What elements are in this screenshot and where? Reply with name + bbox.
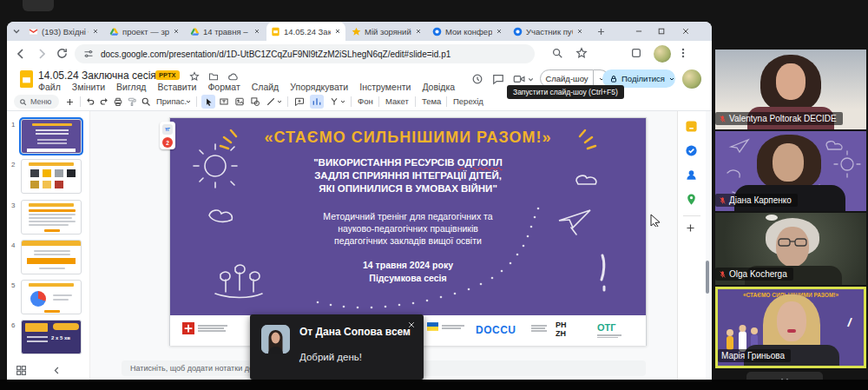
participant-tile-olga[interactable]: Olga Kocherga	[715, 213, 866, 285]
slide-thumbnail-5[interactable]	[21, 280, 82, 314]
menu-insert[interactable]: Вставити	[157, 82, 196, 92]
account-avatar[interactable]	[682, 69, 701, 89]
insert-shape-icon[interactable]	[248, 95, 262, 109]
tab-search-chevron-icon[interactable]	[11, 26, 22, 36]
slide-thumbnail-2[interactable]	[21, 159, 82, 194]
document-title[interactable]: 14.05.24 Заключна сесія	[38, 69, 156, 82]
url-text: docs.google.com/presentation/d/1D-UtBC1Z…	[101, 50, 450, 59]
keep-icon[interactable]	[685, 120, 699, 134]
back-icon[interactable]	[14, 47, 28, 61]
comments-icon[interactable]	[492, 73, 503, 84]
screen: (193) Вхідні • m… проект — зрос… 14 трав…	[0, 0, 868, 390]
browser-tab-conference[interactable]: Мои конфере…	[428, 22, 507, 41]
tab-close-icon[interactable]	[92, 28, 99, 35]
browser-tab-slides-active[interactable]: 14.05.24 Заклю…	[266, 22, 345, 41]
participant-tile-maria-active[interactable]: «СТАЄМО СИЛЬНІШИМИ РАЗОМ!» / Марія Гринь…	[715, 287, 866, 368]
phzh-logo: PHZH	[556, 321, 567, 338]
theme-button[interactable]: Тема	[422, 96, 441, 106]
layout-button[interactable]: Макет	[385, 96, 409, 106]
forward-icon[interactable]	[35, 47, 49, 61]
browser-profile-avatar[interactable]	[654, 45, 671, 63]
fit-dropdown-icon[interactable]	[184, 96, 193, 107]
menu-arrange[interactable]: Упорядкувати	[290, 82, 348, 92]
tab-close-icon[interactable]	[334, 28, 341, 35]
paint-format-icon[interactable]	[125, 95, 139, 109]
reload-icon[interactable]	[56, 47, 69, 61]
collaborator-badge: 2	[162, 137, 173, 148]
toolbar-search-menu[interactable]: Меню	[14, 95, 59, 109]
fit-zoom-select[interactable]: Припас.	[156, 96, 187, 106]
slide-thumbnail-1[interactable]	[21, 119, 82, 154]
slide-subtitle: "ВИКОРИСТАННЯ РЕСУРСІВ ОДГ/ОПЛ ЗАДЛЯ СПР…	[170, 156, 646, 195]
insert-image-icon[interactable]	[233, 95, 247, 109]
tab-close-icon[interactable]	[415, 28, 422, 35]
share-dropdown-icon[interactable]	[668, 76, 675, 83]
participant-tile-valentyna[interactable]: Valentyna Poltorak DECIDE	[715, 50, 866, 129]
present-camera-icon[interactable]	[513, 73, 524, 84]
insert-comment-icon[interactable]	[293, 95, 306, 109]
slide-canvas[interactable]: «СТАЄМО СИЛЬНІШИМИ РАЗОМ!» "ВИКОРИСТАННЯ…	[169, 117, 647, 346]
extensions-icon[interactable]	[630, 47, 644, 61]
browser-tab-drive-project[interactable]: проект — зрос…	[105, 22, 184, 41]
zoom-magnifier-icon[interactable]	[139, 95, 153, 109]
side-panel-add-icon[interactable]	[685, 222, 699, 236]
browser-tab-participant[interactable]: Участник публ…	[509, 22, 588, 41]
menu-edit[interactable]: Змінити	[72, 82, 105, 92]
chat-notification-popup[interactable]: От Дана Сопова всем Добрий день!	[250, 314, 424, 380]
contacts-icon[interactable]	[685, 169, 699, 182]
line-dropdown-icon[interactable]	[275, 96, 284, 107]
tab-close-icon[interactable]	[253, 28, 260, 35]
zoom-search-icon[interactable]	[551, 47, 565, 61]
site-settings-icon[interactable]	[83, 49, 94, 59]
url-bar[interactable]: docs.google.com/presentation/d/1D-UtBC1Z…	[75, 44, 535, 63]
browser-tab-star[interactable]: Мій зоряний р…	[347, 22, 426, 41]
undo-icon[interactable]	[83, 95, 97, 109]
menu-slide[interactable]: Слайд	[252, 82, 279, 92]
window-maximize-button[interactable]	[654, 24, 668, 38]
grid-view-icon[interactable]	[16, 365, 27, 376]
participant-tile-diana[interactable]: Діана Карпенко	[715, 131, 866, 211]
browser-menu-kebab-icon[interactable]	[677, 47, 691, 61]
pie-chart-mini	[30, 291, 46, 307]
tab-close-icon[interactable]	[173, 28, 180, 35]
toolbar-menu-label: Меню	[30, 97, 51, 106]
menu-format[interactable]: Формат	[207, 82, 240, 92]
menu-tools[interactable]: Інструменти	[359, 82, 411, 92]
redo-icon[interactable]	[97, 95, 111, 109]
print-icon[interactable]	[111, 95, 125, 109]
background-button[interactable]: Фон	[358, 96, 373, 106]
format-badge: PPTX	[155, 70, 180, 80]
collaborator-chip[interactable]: ҮГ 2	[160, 122, 175, 149]
text-style-dropdown-icon[interactable]	[339, 96, 347, 107]
slide-thumbnail-3[interactable]	[21, 200, 82, 235]
slide-thumbnail-4[interactable]	[21, 240, 82, 274]
zoom-in-icon[interactable]	[62, 95, 76, 109]
mic-muted-icon	[719, 115, 727, 123]
menu-file[interactable]: Файл	[38, 82, 61, 92]
history-icon[interactable]	[471, 73, 483, 84]
lock-icon	[609, 75, 618, 83]
vertical-scrollbar[interactable]	[706, 261, 709, 294]
transition-button[interactable]: Перехід	[453, 96, 483, 106]
select-cursor-icon[interactable]	[201, 95, 215, 109]
collapse-filmstrip-icon[interactable]	[52, 366, 62, 375]
menu-view[interactable]: Вигляд	[116, 82, 146, 92]
window-minimize-button[interactable]	[632, 24, 646, 38]
tasks-icon[interactable]	[685, 144, 699, 158]
slides-app-icon[interactable]	[20, 70, 33, 88]
slide-number: 3	[11, 202, 15, 209]
browser-tab-drive-may14[interactable]: 14 травня – Go…	[186, 22, 265, 41]
bookmark-star-icon[interactable]	[575, 47, 589, 61]
menu-help[interactable]: Довідка	[422, 82, 455, 92]
chart-tool-icon[interactable]	[310, 95, 324, 109]
slide-thumbnail-6[interactable]: 2 х 5 хв	[21, 320, 82, 354]
text-box-icon[interactable]	[217, 95, 231, 109]
chat-sender-avatar	[261, 325, 290, 354]
new-tab-button[interactable]	[594, 24, 608, 38]
window-close-button[interactable]	[679, 24, 693, 38]
tab-close-icon[interactable]	[496, 28, 503, 35]
maps-icon[interactable]	[685, 193, 699, 207]
chat-close-icon[interactable]	[407, 321, 416, 329]
browser-tab-gmail[interactable]: (193) Вхідні • m…	[24, 22, 103, 41]
tab-close-icon[interactable]	[576, 28, 583, 35]
